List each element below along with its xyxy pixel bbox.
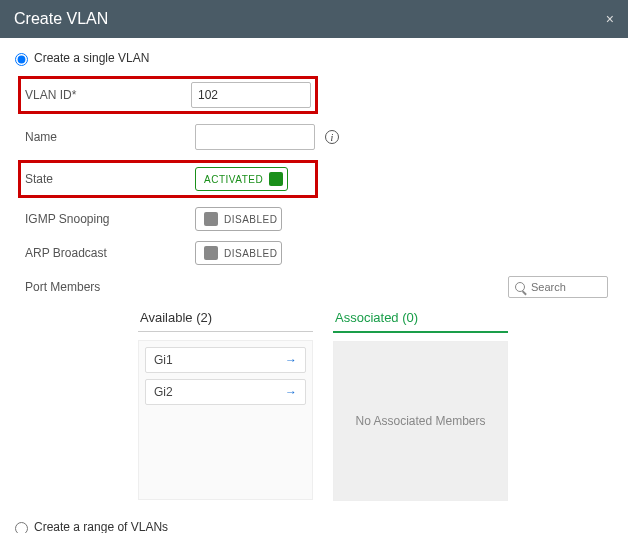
close-icon[interactable]: ×: [606, 11, 614, 27]
port-search[interactable]: [508, 276, 608, 298]
search-icon: [515, 282, 525, 292]
arrow-right-icon[interactable]: →: [285, 385, 297, 399]
igmp-toggle-label: DISABLED: [224, 214, 277, 225]
state-highlight: State ACTIVATED: [18, 160, 318, 198]
modal-title: Create VLAN: [14, 10, 108, 28]
toggle-knob-icon: [204, 246, 218, 260]
arp-toggle[interactable]: DISABLED: [195, 241, 282, 265]
associated-list[interactable]: No Associated Members: [333, 341, 508, 501]
associated-title: Associated (0): [333, 304, 508, 333]
arp-label: ARP Broadcast: [25, 246, 195, 260]
vlan-id-highlight: VLAN ID*: [18, 76, 318, 114]
mode-range-radio[interactable]: Create a range of VLANs: [10, 519, 618, 533]
create-vlan-modal: Create VLAN × Create a single VLAN VLAN …: [0, 0, 628, 533]
toggle-knob-icon: [204, 212, 218, 226]
single-vlan-form: VLAN ID* Name i State ACTIVATED: [10, 76, 618, 501]
state-row: State ACTIVATED: [25, 165, 311, 193]
name-input[interactable]: [195, 124, 315, 150]
list-item[interactable]: Gi2 →: [145, 379, 306, 405]
port-search-input[interactable]: [529, 280, 589, 294]
list-item-label: Gi1: [154, 353, 173, 367]
vlan-id-label: VLAN ID*: [25, 88, 191, 102]
modal-header: Create VLAN ×: [0, 0, 628, 38]
igmp-toggle[interactable]: DISABLED: [195, 207, 282, 231]
mode-single-input[interactable]: [15, 53, 28, 66]
mode-single-radio[interactable]: Create a single VLAN: [10, 50, 618, 66]
vlan-id-input[interactable]: [191, 82, 311, 108]
toggle-knob-icon: [269, 172, 283, 186]
associated-empty-text: No Associated Members: [355, 414, 485, 428]
name-row: Name i: [25, 120, 618, 154]
arp-row: ARP Broadcast DISABLED: [25, 236, 618, 270]
available-title: Available (2): [138, 304, 313, 332]
mode-range-label: Create a range of VLANs: [34, 520, 168, 533]
mode-range-input[interactable]: [15, 522, 28, 533]
available-column: Available (2) Gi1 → Gi2 →: [138, 304, 313, 501]
associated-column: Associated (0) No Associated Members: [333, 304, 508, 501]
port-members-label: Port Members: [25, 280, 195, 294]
info-icon[interactable]: i: [325, 130, 339, 144]
state-toggle-label: ACTIVATED: [204, 174, 263, 185]
modal-body: Create a single VLAN VLAN ID* Name i Sta…: [0, 38, 628, 533]
arp-toggle-label: DISABLED: [224, 248, 277, 259]
igmp-label: IGMP Snooping: [25, 212, 195, 226]
arrow-right-icon[interactable]: →: [285, 353, 297, 367]
port-members-row: Port Members: [25, 276, 618, 298]
mode-single-label: Create a single VLAN: [34, 51, 149, 65]
state-label: State: [25, 172, 195, 186]
list-item[interactable]: Gi1 →: [145, 347, 306, 373]
state-toggle[interactable]: ACTIVATED: [195, 167, 288, 191]
port-dual-list: Available (2) Gi1 → Gi2 → Associated (0): [18, 304, 618, 501]
name-label: Name: [25, 130, 195, 144]
available-list[interactable]: Gi1 → Gi2 →: [138, 340, 313, 500]
vlan-id-row: VLAN ID*: [25, 81, 311, 109]
igmp-row: IGMP Snooping DISABLED: [25, 202, 618, 236]
list-item-label: Gi2: [154, 385, 173, 399]
